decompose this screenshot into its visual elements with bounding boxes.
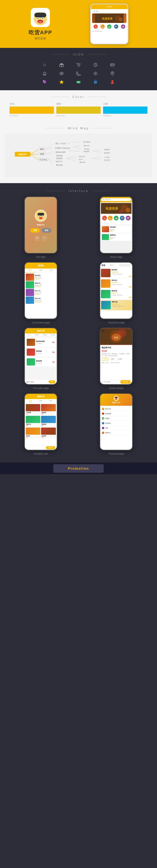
- phone-icon-4: 🍱: [114, 24, 118, 29]
- convenient-row-3: 特色小吃 招牌推荐 ¥12 ★★★★☆: [26, 289, 56, 296]
- social-weibo[interactable]: V: [42, 236, 47, 241]
- home-list-item-1[interactable]: 美味推荐 超值优惠 ¥28: [101, 225, 131, 233]
- healthy-item-4[interactable]: 蓝莓蛋糕 ¥38: [41, 416, 56, 427]
- screen-item-login: 吃货APP 注册 登录 W V The login: [5, 196, 77, 258]
- login-social-icons: W V: [35, 236, 47, 241]
- home-icon-5[interactable]: 🍰: [126, 216, 130, 220]
- home-icon-4[interactable]: 🍱: [120, 216, 124, 220]
- personal-menu-coupon[interactable]: 🎫 优惠券 ›: [101, 416, 131, 421]
- interface-divider-right: [92, 191, 111, 191]
- divider-line-left: [51, 54, 70, 55]
- goods-opt-1[interactable]: 七分熟: [102, 358, 109, 361]
- personal-menu-collect[interactable]: ❤ 我的收藏 ›: [101, 411, 131, 416]
- healthy-item-1[interactable]: 牛排套餐 ¥68: [26, 404, 41, 415]
- social-wechat[interactable]: W: [35, 236, 40, 241]
- personal-help-icon: ?: [102, 432, 104, 434]
- color-section-header: Color: [9, 95, 148, 99]
- personal-coupon-icon: 🎫: [102, 417, 104, 420]
- healthy-item-5[interactable]: 南瓜粥 ¥15: [26, 428, 41, 438]
- svg-point-106: [126, 208, 131, 213]
- home-item-price-2: ¥15: [110, 238, 130, 240]
- order-item-1[interactable]: 精品烤肉套餐 x1 · 待配送 ¥85: [26, 338, 56, 347]
- healthy-row-1: 牛排套餐 ¥68 海鲜拼盘 ¥88: [26, 404, 56, 415]
- personal-address-arrow: ›: [130, 422, 131, 425]
- goods-title: 精品烤牛排: [102, 346, 131, 349]
- phone-status-bar: 找吃货窝: [91, 4, 128, 9]
- healthy-item-img-1: [26, 404, 41, 411]
- phone-icon-3: 🥗: [107, 24, 111, 29]
- healthy-tab-2[interactable]: 热量: [39, 400, 42, 402]
- personal-menu-settings[interactable]: ⚙ 设置 ›: [101, 426, 131, 430]
- home-icon-1[interactable]: 🍖: [102, 216, 107, 220]
- order-submit-btn[interactable]: 结算: [49, 380, 55, 383]
- order-tab-delivery[interactable]: 待收货: [41, 334, 49, 337]
- convenient-title-4: 海鲜大餐: [35, 298, 56, 300]
- goods-buy-btn[interactable]: 立即购买: [120, 380, 131, 384]
- found-item-img-3: [101, 290, 111, 298]
- found-item-2[interactable]: 美味沙拉 ★★★★☆ 人均¥45 · 距离0.8km ¥45: [101, 279, 131, 289]
- login-screen-content: 吃货APP 注册 登录 W V: [25, 197, 57, 253]
- found-item-title-2: 美味沙拉: [111, 279, 128, 281]
- phone-convenient: 便利购 推荐 热销 特价 精选美食 限时优惠 ¥32: [24, 262, 57, 319]
- personal-menu-help[interactable]: ? 帮助中心 ›: [101, 431, 131, 435]
- goods-opt-3[interactable]: 三分熟: [116, 358, 123, 361]
- phone-order-inner: 我的订单 全部 待付款 待收货 已完成 精品烤肉套餐: [25, 328, 57, 384]
- found-item-4[interactable]: 海鲜火锅 ★★★★★ 人均¥120 · 距离2.1km: [100, 300, 132, 310]
- personal-menu-address[interactable]: 📍 收货地址 ›: [101, 421, 131, 426]
- personal-menu-orders[interactable]: 📦 我的订单 ›: [101, 407, 131, 411]
- healthy-item-3[interactable]: 素食沙拉 ¥28: [26, 416, 41, 427]
- healthy-tab-3[interactable]: 营养: [49, 400, 52, 402]
- convenient-tab-2[interactable]: 热销: [35, 269, 46, 272]
- personal-avatar: [114, 396, 119, 401]
- login-avatar: [35, 210, 47, 222]
- svg-text:意见评测: 意见评测: [104, 159, 110, 161]
- home-icon-2[interactable]: 🍜: [108, 216, 113, 220]
- order-tab-complete[interactable]: 已完成: [49, 334, 57, 337]
- login-btn-register[interactable]: 注册: [30, 228, 40, 233]
- home-list-item-2[interactable]: 健康食品 新鲜直达 ¥15: [101, 234, 131, 241]
- color-secondary-box: [56, 106, 101, 114]
- found-item-1[interactable]: 精品烤肉 ★★★★★ 人均¥85 · 距离1.2km ¥85: [101, 269, 131, 278]
- svg-text:美食: 美食: [114, 336, 118, 339]
- healthy-item-2[interactable]: 海鲜拼盘 ¥88: [41, 404, 56, 415]
- order-item-2[interactable]: 麻辣香锅 x2 · 已完成 ¥58: [26, 348, 56, 357]
- order-item-img-1: [27, 339, 35, 346]
- healthy-btn[interactable]: 查看更多: [46, 446, 55, 449]
- color-primary-box: [9, 106, 54, 114]
- convenient-tab-3[interactable]: 特价: [46, 269, 57, 272]
- personal-username: 吃货小王子: [112, 401, 120, 404]
- divider-line-right: [87, 54, 106, 55]
- goods-price: ¥120: [102, 350, 131, 352]
- home-icon-3[interactable]: 🥗: [114, 216, 119, 220]
- order-item-name-1: 精品烤肉套餐: [36, 340, 51, 343]
- found-search[interactable]: [119, 264, 131, 267]
- healthy-item-info-2: 海鲜拼盘 ¥88: [41, 411, 56, 415]
- login-btn-login[interactable]: 登录: [42, 228, 51, 233]
- personal-menu-collect-label: 我的收藏: [105, 413, 111, 415]
- icon-settings: [89, 71, 102, 76]
- healthy-tab-1[interactable]: 推荐: [29, 400, 32, 402]
- icon-cart: [72, 62, 85, 67]
- found-item-3[interactable]: 素食轻食 ★★★★☆ 人均¥38 · 距离0.5km ¥38: [101, 290, 131, 300]
- convenient-tab-1[interactable]: 推荐: [25, 269, 36, 272]
- order-tab-pending[interactable]: 待付款: [33, 334, 41, 337]
- goods-cart-btn[interactable]: 🛒 加入购物车: [102, 381, 111, 383]
- convenient-tabs: 推荐 热销 特价: [25, 269, 57, 273]
- order-item-3[interactable]: 素食套餐 x1 · 已完成 ¥38: [26, 358, 56, 367]
- home-item-img-1: [102, 226, 109, 232]
- svg-point-17: [79, 66, 80, 67]
- app-branding: 吃货APP 能吃是福: [29, 8, 52, 40]
- color-primary-hex: #F7b800: [9, 115, 54, 117]
- home-search[interactable]: 🔍 找吃货窝: [102, 198, 131, 201]
- order-tab-all[interactable]: 全部: [25, 334, 33, 337]
- order-item-price-1: ¥85: [52, 342, 55, 343]
- goods-opt-2[interactable]: 全熟: [110, 358, 115, 361]
- healthy-item-6[interactable]: 红烧排骨 ¥45: [41, 428, 56, 438]
- goods-screen-content: 美食 ‹ 精品烤牛排 ¥120 澳洲进口牛排，现烤现卖，口感鲜嫩，营养丰富，是您…: [100, 328, 132, 384]
- found-item-price-3: ¥38: [129, 297, 132, 298]
- icon-star-color: [55, 80, 68, 84]
- promotion-button[interactable]: Promotion: [53, 464, 104, 472]
- healthy-item-info-1: 牛排套餐 ¥68: [26, 411, 41, 415]
- found-screen-content: 发现 排序 ▼ 精品烤肉 ★★★★★ 人均¥85 · 距离1.2km: [100, 262, 132, 319]
- found-item-title-4: 海鲜火锅: [112, 301, 131, 303]
